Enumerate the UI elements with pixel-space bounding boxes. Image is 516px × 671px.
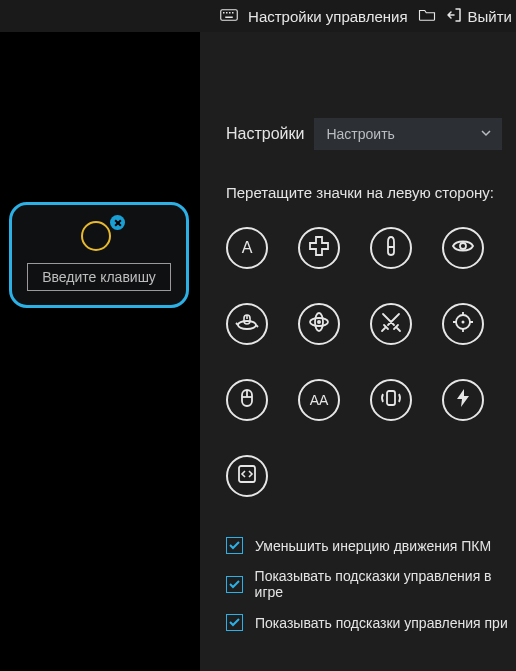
preset-selected-value: Настроить: [326, 126, 394, 142]
tool-swords[interactable]: [370, 303, 412, 345]
option-label: Показывать подсказки управления в игре: [255, 568, 516, 600]
tool-shake[interactable]: [370, 379, 412, 421]
bullet-icon: [379, 234, 403, 262]
tool-mouse[interactable]: [226, 379, 268, 421]
tool-eye[interactable]: [442, 227, 484, 269]
mapping-card[interactable]: [9, 202, 189, 308]
header-title: Настройки управления: [248, 8, 408, 25]
orbit-icon: [307, 310, 331, 338]
mapping-canvas[interactable]: [0, 32, 200, 671]
tool-lightning[interactable]: [442, 379, 484, 421]
tool-bullet[interactable]: [370, 227, 412, 269]
header-title-group: Настройки управления: [220, 8, 436, 25]
svg-rect-2: [226, 12, 228, 14]
svg-rect-4: [232, 12, 234, 14]
chevron-down-icon: [480, 126, 492, 142]
mouse-icon: [235, 386, 259, 414]
option-show-hints-ingame[interactable]: Показывать подсказки управления в игре: [226, 568, 516, 600]
option-reduce-inertia[interactable]: Уменьшить инерцию движения ПКМ: [226, 537, 516, 554]
svg-point-7: [238, 321, 256, 329]
settings-panel: Настройки Настроить Перетащите значки на…: [200, 32, 516, 671]
svg-point-6: [460, 243, 466, 249]
shake-icon: [379, 386, 403, 414]
tool-orbit[interactable]: [298, 303, 340, 345]
code-icon: [235, 462, 259, 490]
dpad-icon: [307, 234, 331, 262]
options-list: Уменьшить инерцию движения ПКМ Показыват…: [226, 537, 516, 631]
preset-select[interactable]: Настроить: [314, 118, 502, 150]
tool-code[interactable]: [226, 455, 268, 497]
svg-point-14: [462, 321, 465, 324]
checkbox[interactable]: [226, 614, 243, 631]
keyboard-icon: [220, 8, 238, 25]
exit-label: Выйти: [468, 8, 512, 25]
option-label: Показывать подсказки управления при: [255, 615, 508, 631]
svg-rect-18: [387, 391, 395, 405]
svg-rect-1: [223, 12, 225, 14]
tool-dpad[interactable]: [298, 227, 340, 269]
tool-icon-grid: A AA: [226, 227, 516, 497]
key-input[interactable]: [27, 263, 171, 291]
tool-letter-a[interactable]: A: [226, 227, 268, 269]
swords-icon: [379, 310, 403, 338]
checkbox[interactable]: [226, 576, 243, 593]
lightning-icon: [451, 386, 475, 414]
svg-rect-3: [229, 12, 231, 14]
option-label: Уменьшить инерцию движения ПКМ: [255, 538, 491, 554]
remove-mapping-button[interactable]: [110, 215, 125, 230]
svg-rect-0: [221, 9, 238, 20]
settings-label: Настройки: [226, 125, 304, 143]
header-bar: Настройки управления Выйти: [0, 0, 516, 32]
exit-button[interactable]: Выйти: [446, 7, 512, 26]
mapping-indicator: [79, 217, 119, 257]
eye-icon: [451, 234, 475, 262]
tool-orbit-mouse[interactable]: [226, 303, 268, 345]
folder-icon[interactable]: [418, 8, 436, 25]
option-show-hints-on[interactable]: Показывать подсказки управления при: [226, 614, 516, 631]
orbit-mouse-icon: [235, 310, 259, 338]
tap-circle-icon: [81, 221, 111, 251]
tool-double-a[interactable]: AA: [298, 379, 340, 421]
svg-rect-5: [225, 16, 233, 18]
checkbox[interactable]: [226, 537, 243, 554]
target-icon: [451, 310, 475, 338]
exit-icon: [446, 7, 462, 26]
svg-point-12: [317, 320, 321, 324]
drag-instructions: Перетащите значки на левую сторону:: [226, 184, 516, 201]
tool-target[interactable]: [442, 303, 484, 345]
